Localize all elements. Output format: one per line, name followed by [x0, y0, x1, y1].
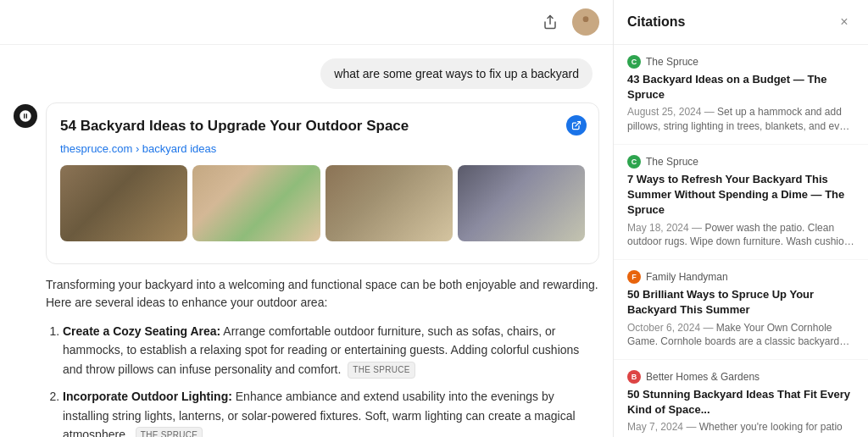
result-images — [60, 165, 585, 241]
citation-title-1: 43 Backyard Ideas on a Budget — The Spru… — [627, 72, 854, 102]
share-button[interactable] — [537, 8, 564, 36]
citation-item-4[interactable]: B Better Homes & Gardens 50 Stunning Bac… — [614, 360, 868, 437]
result-title: 54 Backyard Ideas to Upgrade Your Outdoo… — [60, 115, 585, 137]
svg-point-1 — [583, 16, 589, 22]
citation-icon-3: F — [627, 270, 641, 284]
citation-item-1[interactable]: C The Spruce 43 Backyard Ideas on a Budg… — [614, 45, 868, 145]
list-item-1-label: Create a Cozy Seating Area: — [63, 324, 220, 338]
citation-source-name-4: Better Homes & Gardens — [646, 371, 760, 383]
citation-snippet-1: August 25, 2024 — Set up a hammock and a… — [627, 105, 854, 134]
main-chat-area: what are some great ways to fix up a bac… — [0, 0, 613, 437]
citation-source-name-3: Family Handyman — [646, 271, 728, 283]
list-item-2: Incorporate Outdoor Lighting: Enhance am… — [63, 387, 599, 437]
citation-snippet-3: October 6, 2024 — Make Your Own Cornhole… — [627, 321, 854, 350]
citation-source-row-4: B Better Homes & Gardens — [627, 370, 854, 384]
citations-title: Citations — [627, 14, 685, 30]
close-icon: × — [840, 14, 848, 30]
citations-list: C The Spruce 43 Backyard Ideas on a Budg… — [614, 45, 868, 437]
result-description: Transforming your backyard into a welcom… — [46, 276, 599, 312]
citation-item-2[interactable]: C The Spruce 7 Ways to Refresh Your Back… — [614, 145, 868, 260]
list-item-1-source: THE SPRUCE — [348, 362, 415, 379]
citation-item-3[interactable]: F Family Handyman 50 Brilliant Ways to S… — [614, 260, 868, 360]
citations-panel: Citations × C The Spruce 43 Backyard Ide… — [614, 0, 868, 437]
citation-icon-4: B — [627, 370, 641, 384]
citation-snippet-4: May 7, 2024 — Whether you're looking for… — [627, 420, 854, 437]
result-image-4 — [458, 165, 585, 241]
citation-snippet-2: May 18, 2024 — Power wash the patio. Cle… — [627, 221, 854, 250]
source-separator: › — [136, 142, 142, 155]
result-image-1 — [60, 165, 187, 241]
external-link-icon[interactable] — [566, 115, 587, 136]
user-message: what are some great ways to fix up a bac… — [320, 58, 593, 89]
citation-icon-1: C — [627, 55, 641, 69]
citation-source-row-2: C The Spruce — [627, 155, 854, 169]
list-item-2-source: THE SPRUCE — [136, 427, 203, 437]
ai-content: 54 Backyard Ideas to Upgrade Your Outdoo… — [46, 102, 599, 437]
ai-avatar — [14, 104, 37, 128]
result-card: 54 Backyard Ideas to Upgrade Your Outdoo… — [46, 102, 599, 264]
list-item-2-label: Incorporate Outdoor Lighting: — [63, 390, 232, 403]
ai-response-container: 54 Backyard Ideas to Upgrade Your Outdoo… — [0, 96, 613, 437]
citation-title-4: 50 Stunning Backyard Ideas That Fit Ever… — [627, 387, 854, 418]
result-source[interactable]: thespruce.com › backyard ideas — [60, 141, 585, 158]
user-message-container: what are some great ways to fix up a bac… — [0, 45, 613, 96]
citation-source-row-3: F Family Handyman — [627, 270, 854, 284]
citation-title-2: 7 Ways to Refresh Your Backyard This Sum… — [627, 172, 854, 218]
citations-header: Citations × — [614, 0, 868, 45]
source-domain: thespruce.com — [60, 142, 132, 155]
result-list: Create a Cozy Seating Area: Arrange comf… — [46, 322, 599, 437]
user-avatar[interactable] — [572, 8, 599, 36]
svg-line-2 — [576, 122, 581, 127]
citation-source-row-1: C The Spruce — [627, 55, 854, 69]
top-bar — [0, 0, 613, 45]
result-image-2 — [192, 165, 320, 241]
source-path: backyard ideas — [142, 142, 216, 155]
citation-title-3: 50 Brilliant Ways to Spruce Up Your Back… — [627, 287, 854, 318]
result-image-3 — [326, 165, 453, 241]
citation-source-name-2: The Spruce — [646, 156, 698, 168]
citation-source-name-1: The Spruce — [646, 56, 698, 68]
citation-icon-2: C — [627, 155, 641, 169]
close-button[interactable]: × — [834, 12, 854, 32]
list-item-1: Create a Cozy Seating Area: Arrange comf… — [63, 322, 599, 379]
